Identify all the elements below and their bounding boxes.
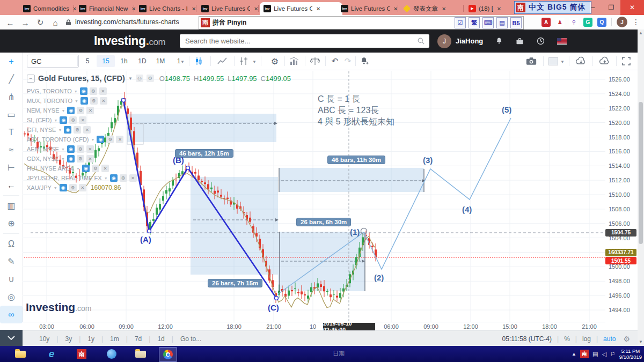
wave-label[interactable]: (2) (374, 273, 384, 282)
ime-toolbar-button[interactable]: 繁 (469, 17, 480, 28)
collapse-panel-chevron[interactable] (0, 330, 23, 346)
taskbar-files-icon[interactable] (132, 347, 149, 361)
profile-avatar[interactable]: J (617, 17, 627, 27)
compare-dropdown-icon[interactable]: ▼ (252, 60, 257, 64)
interval-button-1M[interactable]: 1M (151, 55, 170, 67)
visibility-eye-icon[interactable]: ◉ (64, 126, 71, 134)
browser-tab[interactable]: InvFinancial News✕ (75, 2, 141, 15)
visibility-eye-icon[interactable]: ◉ (67, 155, 75, 162)
scale-button-auto[interactable]: auto (603, 335, 616, 343)
back-icon[interactable]: ← (4, 17, 16, 28)
trend-line-tool-icon[interactable]: ╱ (0, 70, 23, 88)
visibility-eye-icon[interactable]: ◉ (82, 165, 90, 172)
add-alert-icon[interactable] (360, 56, 369, 66)
remove-instrument-icon[interactable]: ✕ (86, 155, 94, 162)
browser-menu-icon[interactable]: ⋮ (632, 18, 640, 26)
elliott-wave-tool-icon[interactable]: ≈ (0, 141, 23, 159)
hide-panel-arrow-icon[interactable]: ← (0, 176, 23, 194)
bar-pattern-tool-icon[interactable]: ▥ (0, 197, 23, 215)
browser-tab[interactable]: ▶(18) [✕ (465, 2, 519, 15)
legend-title[interactable]: Gold Futures, 15, (CFD) (38, 74, 125, 83)
ime-toolbar-button[interactable]: B5 (510, 17, 522, 28)
instrument-name[interactable]: MUX, TORONTO (27, 98, 72, 104)
instrument-settings-icon[interactable]: ⚙ (106, 136, 114, 143)
ime-toolbar-button[interactable]: ▤ (496, 17, 508, 28)
refresh-icon[interactable]: ↻ (34, 17, 46, 28)
symbol-input[interactable]: GC (27, 55, 79, 68)
scale-button-log[interactable]: log (582, 335, 591, 343)
instrument-name[interactable]: GFI, NYSE (27, 127, 56, 133)
remove-instrument-icon[interactable]: ✕ (129, 174, 137, 182)
tray-icon[interactable]: ▤ (592, 351, 598, 358)
legend-dropdown-icon[interactable]: ▼ (128, 76, 133, 81)
language-flag-icon[interactable] (557, 38, 567, 45)
sync-drawings-tool-icon[interactable]: ∞ (0, 306, 23, 323)
instrument-name[interactable]: SI, (CFD) (27, 117, 52, 123)
instrument-name[interactable]: AEM, NYSE (27, 146, 59, 152)
instrument-name[interactable]: GDX, NYSE (27, 156, 59, 162)
instrument-settings-icon[interactable]: ⚙ (77, 155, 84, 162)
instrument-settings-icon[interactable]: ⚙ (69, 184, 77, 191)
bars-measure-badge[interactable]: 26 bars, 7h 15m (208, 279, 262, 287)
interval-button-1h[interactable]: 1h (115, 55, 133, 67)
redo-icon[interactable]: ↷ (341, 55, 354, 68)
browser-tab[interactable]: InvLive Futures Ch✕ (197, 2, 265, 15)
browser-tab[interactable]: 發表文章✕ (399, 2, 470, 15)
background-dropdown-icon[interactable]: ▼ (560, 60, 565, 64)
browser-tab[interactable]: InvLive Charts - In✕ (135, 2, 203, 15)
browser-tab[interactable]: InvLive Futures Ch✕ (337, 2, 405, 15)
instrument-settings-icon[interactable]: ⚙ (90, 97, 98, 105)
instrument-settings-icon[interactable]: ⚙ (69, 116, 77, 124)
lock-drawings-tool-icon[interactable]: ✎ (0, 253, 23, 270)
notifications-bell-icon[interactable] (495, 36, 503, 46)
investing-logo[interactable]: Investing..com (94, 34, 165, 48)
tab-close-icon[interactable]: ✕ (497, 6, 501, 12)
interval-button-15[interactable]: 15 (97, 55, 115, 67)
candlestick-style-icon[interactable] (194, 57, 203, 65)
instrument-settings-icon[interactable]: ⚙ (92, 165, 99, 172)
instrument-name[interactable]: HUI, NYSE ARCA (27, 165, 74, 172)
search-input[interactable] (180, 37, 417, 45)
magnet-tool-icon[interactable]: Ω (0, 235, 23, 253)
taskbar-clock[interactable]: 5:11 PM9/10/2019 (619, 348, 642, 360)
wave-label[interactable]: (C) (268, 303, 279, 312)
range-button-3y[interactable]: 3y (58, 335, 79, 343)
instrument-name[interactable]: NEM, NYSE (27, 107, 60, 114)
home-icon[interactable]: ⌂ (49, 17, 61, 28)
instrument-settings-icon[interactable]: ⚙ (77, 107, 84, 114)
forecast-tool-icon[interactable]: ⊢ (0, 159, 23, 176)
taskbar-ime-app-icon[interactable]: 南 (73, 347, 90, 361)
site-search[interactable] (180, 34, 429, 48)
blue-extension-icon[interactable]: Q (597, 18, 606, 27)
scroll-down-arrow[interactable]: ▼ (638, 339, 643, 344)
scroll-up-arrow[interactable]: ▲ (638, 31, 643, 35)
instrument-settings-icon[interactable]: ⚙ (120, 174, 127, 182)
remove-instrument-icon[interactable]: ✕ (79, 184, 86, 191)
avatar[interactable]: J (437, 34, 451, 48)
background-color-button[interactable] (548, 57, 558, 65)
fullscreen-icon[interactable] (621, 56, 631, 66)
snapshot-camera-icon[interactable] (526, 57, 537, 65)
instrument-settings-icon[interactable]: ⚙ (90, 87, 97, 95)
remove-instrument-icon[interactable]: ✕ (116, 136, 123, 143)
range-button-7d[interactable]: 7d (128, 335, 149, 343)
range-button-Goto[interactable]: Go to... (173, 335, 208, 343)
range-button-1y[interactable]: 1y (80, 335, 101, 343)
undo-icon[interactable]: ↶ (328, 55, 341, 68)
red-extension-icon[interactable]: ♟ (555, 18, 565, 27)
line-style-icon[interactable] (217, 57, 227, 65)
text-tool-icon[interactable]: T (0, 123, 23, 141)
visibility-eye-icon[interactable]: ◉ (67, 107, 75, 114)
settings-gear-icon[interactable]: ⚙ (267, 55, 282, 68)
bars-measure-badge[interactable]: 46 bars, 11h 30m (327, 156, 385, 164)
minimize-button[interactable]: – (584, 0, 602, 15)
wave-label[interactable]: (4) (462, 205, 472, 214)
visibility-eye-icon[interactable]: ◉ (80, 97, 88, 105)
visibility-eye-icon[interactable]: ◉ (67, 145, 75, 153)
wave-label[interactable]: (1) (350, 227, 360, 237)
tray-icon[interactable]: ◁ (602, 351, 606, 358)
recent-clock-icon[interactable] (536, 36, 545, 46)
zoom-in-tool-icon[interactable]: ⊕ (0, 215, 23, 232)
adobe-extension-icon[interactable]: A (541, 18, 551, 27)
hidden-icons-arrow[interactable]: ▲ (572, 351, 576, 357)
